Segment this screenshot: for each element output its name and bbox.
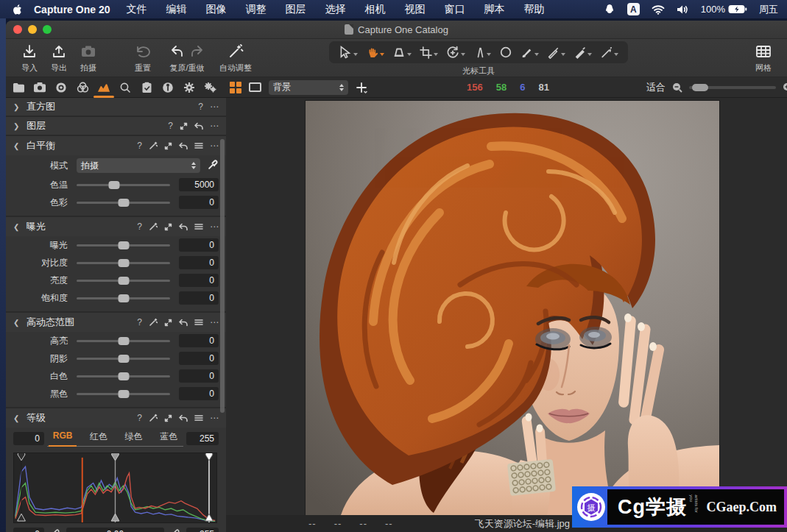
zoom-fit-select[interactable]: 适合 (646, 81, 666, 94)
tint-value[interactable]: 0 (179, 196, 219, 209)
more-icon[interactable]: ⋯ (210, 414, 219, 422)
menu-window[interactable]: 窗口 (444, 3, 465, 16)
levels-shadow-value[interactable]: 0 (13, 528, 44, 532)
annotation-tool[interactable] (600, 46, 618, 59)
auto-adjust-icon[interactable] (149, 414, 158, 422)
capture-button[interactable]: 拍摄 (69, 43, 107, 74)
pan-tool[interactable] (366, 46, 384, 59)
menu-view[interactable]: 视图 (404, 3, 425, 16)
menu-edit[interactable]: 编辑 (166, 3, 186, 16)
tab-plugins[interactable] (204, 80, 217, 95)
loupe-tool[interactable] (392, 46, 412, 59)
levels-histogram[interactable] (13, 453, 219, 523)
whites-slider[interactable] (77, 375, 170, 377)
more-icon[interactable]: ⋯ (210, 222, 219, 231)
menu-adjustments[interactable]: 调整 (245, 3, 266, 16)
zoom-slider-handle[interactable] (692, 84, 708, 91)
auto-adjust-icon[interactable] (149, 222, 158, 231)
help-icon[interactable]: ? (137, 414, 142, 422)
viewer-toggle-icon[interactable] (249, 82, 261, 92)
help-icon[interactable]: ? (137, 318, 142, 327)
apple-icon[interactable] (12, 4, 24, 15)
reset-icon[interactable] (179, 223, 188, 231)
redo-icon[interactable] (190, 45, 203, 58)
menubar-clock[interactable]: 周五 (759, 3, 778, 16)
straighten-tool[interactable] (473, 46, 491, 59)
clipped-toolbar-button[interactable] (777, 43, 787, 71)
exposure-value[interactable]: 0 (179, 238, 219, 252)
expand-icon[interactable] (164, 414, 172, 422)
window-titlebar[interactable]: Capture One Catalog (6, 21, 787, 39)
wb-mode-select[interactable]: 拍摄 (77, 158, 200, 173)
shadow-picker-icon[interactable] (50, 528, 60, 532)
background-select[interactable]: 背景 (269, 80, 348, 95)
menu-layer[interactable]: 图层 (285, 3, 306, 16)
crop-tool[interactable] (420, 46, 438, 59)
highlight-picker-icon[interactable] (170, 528, 180, 532)
menubar-app-name[interactable]: Capture One 20 (34, 4, 110, 15)
wifi-icon[interactable] (652, 4, 665, 15)
battery-indicator[interactable]: 100% (701, 4, 747, 15)
zoom-slider[interactable] (689, 86, 776, 89)
add-clone-icon[interactable] (356, 82, 367, 93)
levels-header[interactable]: ❮ 等级 ? ⋯ (6, 408, 226, 428)
levels-min-value[interactable]: 0 (13, 432, 44, 445)
tab-details[interactable] (119, 80, 132, 95)
menu-help[interactable]: 帮助 (523, 3, 544, 16)
tab-adjustments[interactable] (140, 80, 153, 95)
shadow-value[interactable]: 0 (179, 352, 219, 365)
auto-adjust-button[interactable]: 自动调整 (213, 43, 258, 74)
menu-scripts[interactable]: 脚本 (484, 3, 504, 16)
reset-icon[interactable] (179, 142, 188, 150)
photo-preview[interactable] (306, 101, 719, 515)
help-icon[interactable]: ? (137, 141, 142, 150)
highlight-value[interactable]: 0 (179, 334, 219, 347)
menu-file[interactable]: 文件 (126, 3, 147, 16)
tint-slider-handle[interactable] (118, 199, 129, 207)
layers-panel-header[interactable]: ❯ 图层 ? ⋯ (6, 117, 226, 136)
qq-icon[interactable] (604, 4, 615, 15)
levels-max-value[interactable]: 255 (186, 432, 219, 445)
presets-icon[interactable] (194, 223, 203, 230)
wb-picker-icon[interactable] (208, 159, 219, 172)
highlight-slider[interactable] (77, 340, 170, 342)
more-icon[interactable]: ⋯ (210, 141, 219, 150)
zoom-out-icon[interactable] (671, 82, 683, 93)
more-icon[interactable]: ⋯ (210, 121, 219, 130)
channel-tab-green[interactable]: 绿色 (124, 430, 144, 443)
reset-icon[interactable] (194, 122, 203, 130)
help-icon[interactable]: ? (137, 222, 142, 231)
contrast-value[interactable]: 0 (179, 256, 219, 269)
expand-icon[interactable] (164, 223, 172, 231)
reset-icon[interactable] (179, 414, 188, 422)
expand-icon[interactable] (164, 319, 172, 327)
auto-adjust-icon[interactable] (149, 318, 158, 327)
spot-removal-tool[interactable] (499, 46, 512, 59)
rotate-tool[interactable] (446, 46, 465, 59)
zoom-in-icon[interactable] (782, 82, 787, 93)
volume-icon[interactable] (677, 4, 689, 15)
expand-icon[interactable] (180, 122, 188, 130)
minimize-button[interactable] (28, 25, 37, 34)
saturation-value[interactable]: 0 (179, 291, 219, 305)
tab-exposure[interactable] (97, 80, 110, 95)
menu-image[interactable]: 图像 (205, 3, 226, 16)
panel-scrollbar[interactable] (220, 139, 225, 413)
close-button[interactable] (13, 25, 22, 34)
auto-adjust-icon[interactable] (149, 141, 158, 150)
whites-value[interactable]: 0 (179, 369, 219, 383)
brightness-slider[interactable] (77, 280, 170, 282)
channel-tab-red[interactable]: 红色 (88, 430, 109, 443)
tint-slider[interactable] (77, 202, 170, 204)
undo-redo-button[interactable]: 复原/重做 (162, 43, 212, 74)
shadow-slider[interactable] (77, 358, 170, 360)
temp-slider[interactable] (77, 184, 170, 186)
more-icon[interactable]: ⋯ (210, 102, 219, 111)
exposure-header[interactable]: ❮ 曝光 ? ⋯ (6, 217, 226, 236)
presets-icon[interactable] (194, 414, 203, 422)
undo-icon[interactable] (171, 45, 184, 58)
tab-settings[interactable] (183, 80, 196, 95)
expand-icon[interactable] (164, 142, 172, 150)
grid-view-icon[interactable] (230, 82, 241, 93)
exposure-slider[interactable] (77, 244, 170, 247)
